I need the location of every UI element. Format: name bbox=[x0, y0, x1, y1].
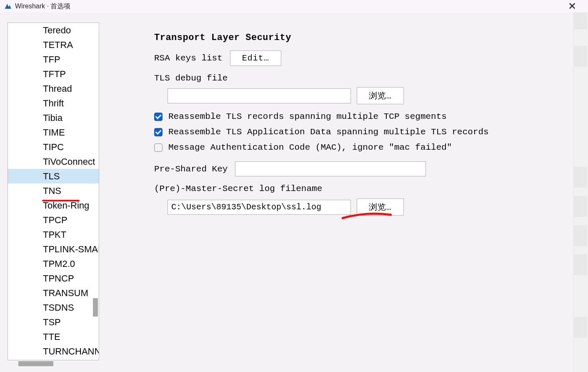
sidebar-item-tte[interactable]: TTE bbox=[8, 329, 99, 344]
rsa-keys-label: RSA keys list bbox=[154, 53, 223, 63]
sidebar-item-tipc[interactable]: TIPC bbox=[8, 140, 99, 154]
reassemble-tcp-checkbox[interactable] bbox=[154, 113, 163, 121]
sidebar-scrollbar-vertical[interactable] bbox=[93, 298, 98, 317]
psk-input[interactable] bbox=[235, 161, 426, 176]
sidebar-item-teredo[interactable]: Teredo bbox=[8, 23, 99, 38]
sidebar-item-tplink-smarthome[interactable]: TPLINK-SMARTHOME bbox=[8, 242, 99, 256]
reassemble-tcp-label: Reassemble TLS records spanning multiple… bbox=[168, 112, 447, 121]
sidebar-item-tpncp[interactable]: TPNCP bbox=[8, 271, 99, 286]
mac-ignompare-checkbox[interactable] bbox=[154, 143, 163, 152]
sidebar-item-transum[interactable]: TRANSUM bbox=[8, 286, 99, 300]
pms-log-label: (Pre)-Master-Secret log filename bbox=[154, 184, 322, 194]
sidebar-item-tibia[interactable]: Tibia bbox=[8, 111, 99, 125]
sidebar-item-tsp[interactable]: TSP bbox=[8, 315, 99, 329]
sidebar-scrollbar-horizontal[interactable] bbox=[18, 361, 53, 366]
sidebar-item-tivoconnect[interactable]: TiVoConnect bbox=[8, 154, 99, 169]
annotation-underline bbox=[42, 200, 80, 201]
reassemble-appdata-label: Reassemble TLS Application Data spanning… bbox=[168, 127, 489, 137]
pms-log-input[interactable] bbox=[168, 200, 351, 215]
browse-debug-button[interactable]: 浏览… bbox=[357, 87, 404, 104]
panel-heading: Transport Layer Security bbox=[154, 33, 588, 43]
tls-debug-label: TLS debug file bbox=[154, 73, 228, 83]
window-title: Wireshark · 首选项 bbox=[15, 2, 70, 11]
settings-panel: Transport Layer Security RSA keys list E… bbox=[134, 23, 588, 372]
annotation-underline-2 bbox=[342, 212, 392, 221]
sidebar-item-tns[interactable]: TNS bbox=[8, 183, 99, 198]
sidebar-item-tftp[interactable]: TFTP bbox=[8, 67, 99, 81]
sidebar-item-tsdns[interactable]: TSDNS bbox=[8, 300, 99, 315]
sidebar-item-tpkt[interactable]: TPKT bbox=[8, 227, 99, 242]
sidebar-item-tfp[interactable]: TFP bbox=[8, 52, 99, 67]
edit-button[interactable]: Edit… bbox=[230, 50, 281, 66]
mac-ignore-label: Message Authentication Code (MAC), ignor… bbox=[168, 143, 452, 152]
tls-debug-input[interactable] bbox=[168, 88, 351, 103]
psk-label: Pre-Shared Key bbox=[154, 164, 228, 174]
sidebar-item-thrift[interactable]: Thrift bbox=[8, 96, 99, 111]
sidebar-item-turnchannel[interactable]: TURNCHANNEL bbox=[8, 344, 99, 359]
titlebar: Wireshark · 首选项 ✕ bbox=[0, 0, 588, 13]
sidebar-item-tetra[interactable]: TETRA bbox=[8, 38, 99, 52]
sidebar-item-thread[interactable]: Thread bbox=[8, 81, 99, 96]
close-icon[interactable]: ✕ bbox=[565, 0, 580, 13]
reassemble-appdata-checkbox[interactable] bbox=[154, 128, 163, 136]
sidebar-item-time[interactable]: TIME bbox=[8, 125, 99, 140]
protocol-sidebar: TeredoTETRATFPTFTPThreadThriftTibiaTIMET… bbox=[8, 23, 99, 360]
wireshark-icon bbox=[4, 3, 12, 10]
sidebar-item-tpm2.0[interactable]: TPM2.0 bbox=[8, 256, 99, 271]
sidebar-item-tpcp[interactable]: TPCP bbox=[8, 213, 99, 227]
sidebar-item-tls[interactable]: TLS bbox=[8, 169, 99, 183]
